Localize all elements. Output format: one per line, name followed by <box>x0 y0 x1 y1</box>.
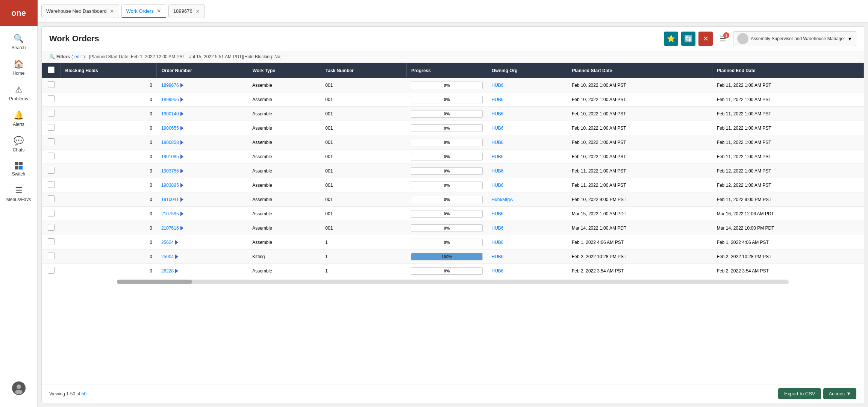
filters-edit-link[interactable]: edit <box>74 54 82 59</box>
order-number-link[interactable]: 1900655 <box>161 126 179 131</box>
owning-org-link[interactable]: HUB6 <box>492 268 504 274</box>
refresh-button[interactable]: 🔄 <box>681 32 695 46</box>
owning-org-link[interactable]: HUB6 <box>492 240 504 245</box>
progress-cell: 0% <box>406 107 487 121</box>
row-checkbox[interactable] <box>48 110 55 117</box>
app-logo[interactable]: one <box>0 0 38 26</box>
planned-end-cell: Feb 11, 2022 1:00 AM PST <box>712 92 864 107</box>
favorites-button[interactable]: ⭐ <box>664 32 678 46</box>
row-checkbox[interactable] <box>48 81 55 88</box>
planned-end-cell: Feb 11, 2022 1:00 AM PST <box>712 135 864 150</box>
select-all-checkbox[interactable] <box>48 67 55 73</box>
owning-org-link[interactable]: HUB6 <box>492 154 504 159</box>
owning-org-link[interactable]: HUB6 <box>492 83 504 88</box>
tab-workorders[interactable]: Work Orders ✕ <box>121 5 166 18</box>
task-number-cell: 001 <box>321 135 406 150</box>
total-count-link[interactable]: 50 <box>82 391 86 396</box>
export-csv-button[interactable]: Export to CSV <box>778 388 821 399</box>
tab-close-workorders[interactable]: ✕ <box>157 8 161 14</box>
row-checkbox-cell <box>42 78 61 92</box>
sidebar-item-home[interactable]: 🏠 Home <box>0 55 37 80</box>
sidebar-item-search[interactable]: 🔍 Search <box>0 29 37 55</box>
order-number-link[interactable]: 25904 <box>161 254 174 259</box>
owning-org-link[interactable]: HUB6 <box>492 225 504 231</box>
progress-cell: 0% <box>406 178 487 192</box>
col-header-task-number[interactable]: Task Number <box>321 63 406 78</box>
menu-button[interactable]: ☰ 1 <box>716 32 730 46</box>
col-header-planned-start[interactable]: Planned Start Date <box>567 63 712 78</box>
row-checkbox[interactable] <box>48 267 55 274</box>
scrollbar-x[interactable] <box>42 278 864 286</box>
owning-org-link[interactable]: HUB6 <box>492 140 504 145</box>
order-number-cell: 1901095 <box>157 150 248 164</box>
flag-icon <box>180 140 183 145</box>
tab-close-detail[interactable]: ✕ <box>195 8 200 14</box>
row-checkbox[interactable] <box>48 181 55 188</box>
order-number-link[interactable]: 25624 <box>161 240 174 245</box>
order-number-link[interactable]: 1899676 <box>161 83 179 88</box>
order-number-link[interactable]: 1910041 <box>161 197 179 202</box>
row-checkbox[interactable] <box>48 195 55 202</box>
sidebar-item-menus[interactable]: ☰ Menus/Favs <box>0 181 37 207</box>
blocking-holds-cell: 0 <box>61 92 157 107</box>
svg-point-6 <box>15 390 23 394</box>
row-checkbox[interactable] <box>48 210 55 216</box>
owning-org-link[interactable]: HUB6 <box>492 183 504 188</box>
row-checkbox[interactable] <box>48 153 55 159</box>
col-header-blocking-holds[interactable]: Blocking Holds <box>61 63 157 78</box>
sidebar-item-problems[interactable]: ⚠ Problems <box>0 80 37 106</box>
task-number-cell: 001 <box>321 150 406 164</box>
col-header-order-number[interactable]: Order Number <box>157 63 248 78</box>
order-number-link[interactable]: 1903895 <box>161 183 179 188</box>
order-number-link[interactable]: 1903755 <box>161 168 179 174</box>
order-number-cell: 1899956 <box>157 92 248 107</box>
order-number-link[interactable]: 2107595 <box>161 211 179 216</box>
order-number-link[interactable]: 2107616 <box>161 225 179 231</box>
row-checkbox[interactable] <box>48 167 55 174</box>
row-checkbox-cell <box>42 121 61 135</box>
row-checkbox[interactable] <box>48 224 55 231</box>
owning-org-link[interactable]: HUB6 <box>492 168 504 174</box>
row-checkbox[interactable] <box>48 238 55 245</box>
planned-start-cell: Feb 10, 2022 1:00 AM PST <box>567 107 712 121</box>
sidebar-item-chats[interactable]: 💬 Chats <box>0 132 37 157</box>
owning-org-cell: HUB6 <box>487 121 567 135</box>
task-number-cell: 001 <box>321 121 406 135</box>
close-button[interactable]: ✕ <box>698 32 713 46</box>
sidebar-item-profile[interactable] <box>0 377 37 403</box>
user-selector[interactable]: Assembly Supervisor and Warehouse Manage… <box>733 31 856 46</box>
progress-bar: 0% <box>411 110 482 118</box>
row-checkbox[interactable] <box>48 138 55 145</box>
row-checkbox[interactable] <box>48 95 55 102</box>
planned-start-cell: Feb 1, 2022 4:06 AM PST <box>567 235 712 250</box>
switch-icon <box>15 162 23 170</box>
col-header-planned-end[interactable]: Planned End Date <box>712 63 864 78</box>
blocking-holds-cell: 0 <box>61 178 157 192</box>
col-header-work-type[interactable]: Work Type <box>248 63 321 78</box>
sidebar-item-alerts[interactable]: 🔔 Alerts <box>0 106 37 132</box>
progress-bar: 0% <box>411 167 482 175</box>
owning-org-link[interactable]: HUB6 <box>492 97 504 102</box>
col-header-owning-org[interactable]: Owning Org <box>487 63 567 78</box>
order-number-link[interactable]: 1900858 <box>161 140 179 145</box>
owning-org-link[interactable]: Hub6MfgA <box>492 197 513 202</box>
sidebar-item-switch[interactable]: Switch <box>0 157 37 181</box>
row-checkbox[interactable] <box>48 253 55 259</box>
owning-org-link[interactable]: HUB6 <box>492 211 504 216</box>
tab-detail[interactable]: 1899676 ✕ <box>168 5 205 18</box>
col-header-progress[interactable]: Progress <box>406 63 487 78</box>
row-checkbox[interactable] <box>48 124 55 131</box>
tab-close-dashboard[interactable]: ✕ <box>110 8 114 14</box>
actions-button[interactable]: Actions ▼ <box>823 388 856 399</box>
owning-org-link[interactable]: HUB6 <box>492 126 504 131</box>
order-number-link[interactable]: 1899956 <box>161 97 179 102</box>
order-number-link[interactable]: 26228 <box>161 268 174 274</box>
order-number-link[interactable]: 1901095 <box>161 154 179 159</box>
tab-dashboard[interactable]: Warehouse Neo Dashboard ✕ <box>41 5 119 18</box>
owning-org-link[interactable]: HUB6 <box>492 111 504 117</box>
row-checkbox-cell <box>42 178 61 192</box>
order-number-link[interactable]: 1900140 <box>161 111 179 117</box>
sidebar: one 🔍 Search 🏠 Home ⚠ Problems 🔔 Alerts … <box>0 0 38 407</box>
col-header-checkbox[interactable] <box>42 63 61 78</box>
owning-org-link[interactable]: HUB6 <box>492 254 504 259</box>
